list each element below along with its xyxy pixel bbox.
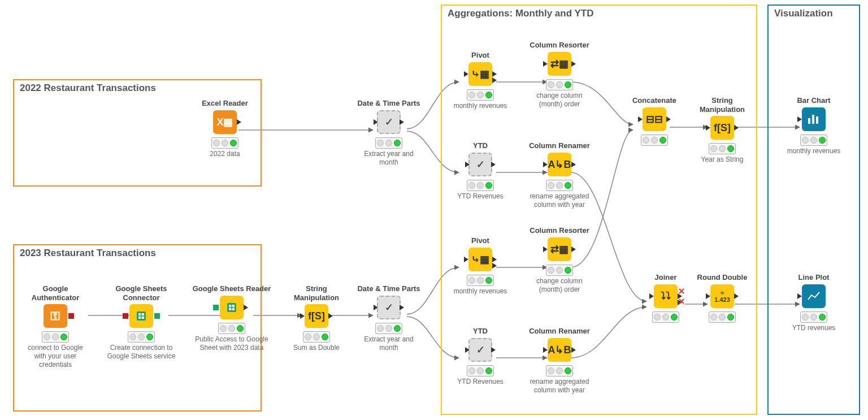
status-lights [546,79,573,90]
node-title: String Manipulation [283,284,350,302]
datetime-icon: ✓ [377,110,401,134]
node-column-resorter-1[interactable]: Column Resorter ⇄▦ change column (month)… [526,41,593,109]
status-lights [709,143,736,154]
node-title: Google Sheets Connector [102,284,181,302]
status-lights [467,180,494,191]
node-title: YTD [446,141,514,150]
status-lights [375,323,402,334]
node-caption: Extract year and month [355,150,423,167]
status-lights [709,311,736,323]
node-bar-chart[interactable]: Bar Chart monthly revenues [780,96,848,155]
status-lights [218,323,245,334]
node-caption: change column (month) order [526,92,593,109]
node-caption: change column (month) order [526,277,593,294]
node-caption: rename aggregated column with year [526,192,593,209]
node-title: Line Plot [780,273,848,282]
status-lights [467,365,494,376]
node-title: Column Resorter [526,226,593,235]
excel-icon: X▦ [213,110,237,134]
node-google-sheets-reader[interactable]: Google Sheets Reader Public Access to Go… [192,284,271,352]
node-google-sheets-connector[interactable]: Google Sheets Connector Create connectio… [102,284,181,361]
node-line-plot[interactable]: Line Plot YTD revenues [780,273,848,332]
node-title: Date & Time Parts [355,99,423,108]
node-datetime-parts-1[interactable]: Date & Time Parts ✓ Extract year and mon… [355,99,423,167]
node-title: Column Resorter [526,41,593,50]
status-lights [303,331,330,343]
node-concatenate[interactable]: Concatenate ⊟⊟ [620,96,688,147]
status-lights [467,89,494,101]
node-title: String Manipulation [688,96,756,114]
status-lights [546,265,573,276]
group-2023-title: 2023 Restaurant Transactions [20,248,156,259]
renamer-icon: A↳B [548,338,571,362]
node-datetime-parts-2[interactable]: Date & Time Parts ✓ Extract year and mon… [355,284,423,352]
datetime-icon: ✓ [377,296,401,319]
status-lights [546,365,573,376]
node-caption: 2022 data [191,150,259,158]
node-string-manipulation-1[interactable]: String Manipulation f[S] Sum as Double [283,284,350,352]
node-caption: monthly revenues [780,147,848,155]
node-caption: Extract year and month [355,335,423,352]
node-column-resorter-2[interactable]: Column Resorter ⇄▦ change column (month)… [526,226,593,294]
status-lights [800,311,827,323]
string-manip-icon: f[S] [710,116,734,140]
node-string-manipulation-2[interactable]: String Manipulation f[S] Year as String [688,96,756,164]
node-title: Round Double [688,273,756,282]
string-manip-icon: f[S] [305,304,328,328]
node-title: Google Authenticator [21,284,89,302]
status-lights [128,331,155,343]
node-title: Concatenate [620,96,688,105]
node-ytd-2[interactable]: YTD ✓ YTD Revenues [446,327,514,386]
group-agg-title: Aggregations: Monthly and YTD [448,8,593,19]
ytd-icon: ✓ [468,153,492,176]
node-title: Column Renamer [526,327,593,336]
node-title: Pivot [446,51,514,60]
group-visualization: Visualization [767,5,860,415]
node-caption: Public Access to Google Sheet with 2023 … [192,335,271,352]
node-google-authenticator[interactable]: Google Authenticator ⚿ connect to Google… [21,284,89,369]
status-lights [211,137,238,149]
joiner-icon: ⤵⤵ [654,284,678,308]
status-lights [546,180,573,191]
group-viz-title: Visualization [774,8,833,19]
node-caption: connect to Google with your user credent… [21,344,89,369]
node-column-renamer-1[interactable]: Column Renamer A↳B rename aggregated col… [526,141,593,209]
node-title: Date & Time Parts [355,284,423,293]
node-title: Pivot [446,236,514,245]
svg-rect-2 [816,116,818,124]
status-lights [652,311,679,323]
node-column-renamer-2[interactable]: Column Renamer A↳B rename aggregated col… [526,327,593,395]
node-caption: Create connection to Google Sheets servi… [102,344,181,361]
round-icon: ≈1.423 [710,284,734,308]
node-title: Bar Chart [780,96,848,105]
status-lights [800,135,827,146]
node-round-double[interactable]: Round Double ≈1.423 [688,273,756,324]
key-icon: ⚿ [44,304,67,328]
renamer-icon: A↳B [548,153,571,176]
svg-rect-1 [812,115,814,124]
status-lights [467,275,494,286]
group-2022-title: 2022 Restaurant Transactions [20,83,156,94]
sheets-reader-icon [220,296,244,319]
status-lights [375,137,402,149]
node-title: Excel Reader [191,99,259,108]
node-caption: YTD revenues [780,324,848,332]
node-pivot-1[interactable]: Pivot ⤷▦ monthly revenues [446,51,514,110]
node-excel-reader[interactable]: Excel Reader X▦ 2022 data [191,99,259,158]
node-title: YTD [446,327,514,336]
status-lights [42,331,69,343]
node-caption: YTD Revenues [446,378,514,386]
svg-rect-0 [808,118,810,124]
node-pivot-2[interactable]: Pivot ⤷▦ monthly revenues [446,236,514,296]
node-title: Google Sheets Reader [192,284,271,293]
bar-chart-icon [802,107,826,131]
ytd-icon: ✓ [468,338,492,362]
node-ytd-1[interactable]: YTD ✓ YTD Revenues [446,141,514,201]
resorter-icon: ⇄▦ [548,52,571,76]
resorter-icon: ⇄▦ [548,237,571,261]
line-plot-icon [802,284,826,308]
node-caption: Sum as Double [283,344,350,352]
sheets-connector-icon [129,304,153,328]
node-caption: YTD Revenues [446,192,514,201]
node-title: Column Renamer [526,141,593,150]
